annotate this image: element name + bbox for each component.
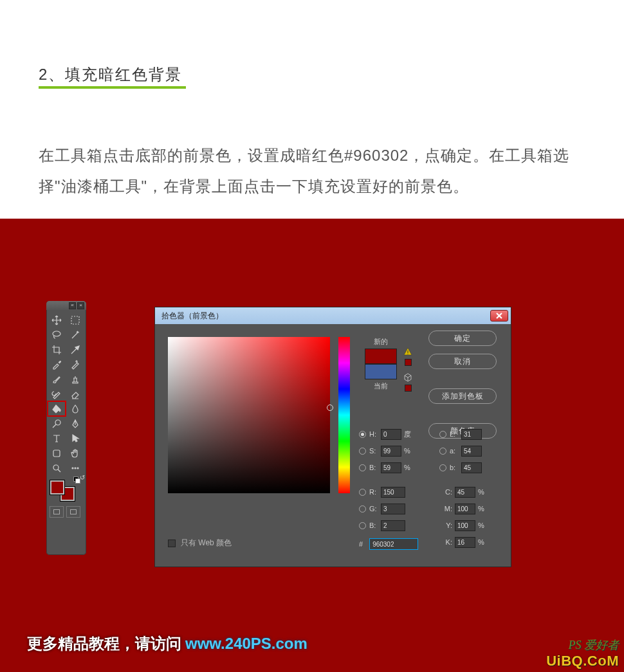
swatch-current[interactable] xyxy=(365,364,397,379)
eyedropper-tool[interactable] xyxy=(48,358,65,371)
rgb-fields: R:150 G:3 B:2 xyxy=(359,484,436,534)
add-swatch-button[interactable]: 添加到色板 xyxy=(428,388,497,404)
radio-Bb[interactable] xyxy=(359,522,366,529)
blur-tool[interactable] xyxy=(67,402,84,415)
lasso-tool[interactable] xyxy=(48,328,65,341)
tools-panel: « × xyxy=(46,301,86,555)
svg-rect-0 xyxy=(71,316,79,324)
lab-fields: L:31 a:54 b:45 xyxy=(439,426,501,476)
magic-wand-tool[interactable] xyxy=(67,328,84,341)
ok-button[interactable]: 确定 xyxy=(428,331,497,346)
type-tool[interactable] xyxy=(48,431,65,445)
svg-point-7 xyxy=(77,468,78,469)
radio-L[interactable] xyxy=(439,431,446,438)
web-only-checkbox[interactable] xyxy=(168,540,176,547)
collapse-icon[interactable]: « xyxy=(69,302,76,309)
input-Bb[interactable]: 2 xyxy=(381,520,405,531)
footer-url[interactable]: www.240PS.com xyxy=(185,635,307,653)
edit-toolbar[interactable] xyxy=(67,461,84,475)
input-h[interactable]: 0 xyxy=(381,429,401,440)
close-icon[interactable]: × xyxy=(77,302,84,309)
hand-tool[interactable] xyxy=(67,446,84,460)
zoom-tool[interactable] xyxy=(48,461,65,475)
eraser-tool[interactable] xyxy=(67,387,84,401)
step-body: 在工具箱点击底部的前景色，设置成暗红色#960302，点确定。在工具箱选择"油漆… xyxy=(39,140,585,202)
cmyk-fields: C:45% M:100% Y:100% K:16% xyxy=(439,484,501,550)
input-G[interactable]: 3 xyxy=(381,504,405,514)
dialog-titlebar[interactable]: 拾色器（前景色） xyxy=(155,307,511,324)
input-lab-b[interactable]: 45 xyxy=(461,462,482,473)
web-safe-warning-icon[interactable] xyxy=(403,373,412,382)
input-L[interactable]: 31 xyxy=(461,429,482,440)
watermark-line2: UiBQ.CoM xyxy=(546,653,619,669)
history-brush-tool[interactable] xyxy=(48,387,65,401)
radio-G[interactable] xyxy=(359,505,366,513)
hue-slider[interactable] xyxy=(338,337,350,493)
input-b[interactable]: 59 xyxy=(381,462,401,473)
input-Y[interactable]: 100 xyxy=(455,520,475,531)
watermark: PS 爱好者 UiBQ.CoM xyxy=(546,637,619,669)
svg-point-5 xyxy=(72,468,73,469)
label-new: 新的 xyxy=(361,337,401,347)
brush-tool[interactable] xyxy=(48,372,65,386)
svg-point-8 xyxy=(407,354,408,354)
web-safe-swatch[interactable] xyxy=(405,385,412,392)
hsb-fields: H:0度 S:99% B:59% xyxy=(359,426,436,476)
path-selection-tool[interactable] xyxy=(67,431,84,445)
crop-tool[interactable] xyxy=(48,343,65,356)
svg-point-4 xyxy=(53,465,59,470)
svg-point-1 xyxy=(53,331,60,336)
sv-marker[interactable] xyxy=(327,404,333,411)
hex-row: #960302 xyxy=(359,538,418,550)
dialog-title: 拾色器（前景色） xyxy=(161,311,223,322)
quick-mask-row xyxy=(46,501,86,521)
svg-point-6 xyxy=(75,468,76,469)
pen-tool[interactable] xyxy=(67,417,84,430)
saturation-value-field[interactable] xyxy=(168,337,330,493)
move-tool[interactable] xyxy=(48,313,65,327)
standard-mode[interactable] xyxy=(50,506,64,518)
swatch-new[interactable] xyxy=(365,349,397,364)
gamut-swatch[interactable] xyxy=(405,359,412,366)
step-title: 2、填充暗红色背景 xyxy=(39,64,186,89)
input-s[interactable]: 99 xyxy=(381,446,401,457)
footer-link: 更多精品教程，请访问 www.240PS.com xyxy=(27,633,307,654)
color-wells: ↺ xyxy=(46,477,86,501)
input-hex[interactable]: 960302 xyxy=(369,538,418,550)
dodge-tool[interactable] xyxy=(48,417,65,430)
tools-header: « × xyxy=(46,301,86,310)
marquee-tool[interactable] xyxy=(67,313,84,327)
color-picker-dialog: 拾色器（前景色） 新的 当前 确定 取消 添加到色板 颜色库 xyxy=(154,307,511,567)
paint-bucket-tool[interactable] xyxy=(48,402,65,415)
canvas-stage: « × xyxy=(0,219,624,672)
dialog-buttons: 确定 取消 添加到色板 颜色库 xyxy=(428,331,497,439)
shape-tool[interactable] xyxy=(48,446,65,460)
radio-s[interactable] xyxy=(359,448,366,455)
radio-b[interactable] xyxy=(359,464,366,471)
screen-mode[interactable] xyxy=(66,506,80,518)
color-preview: 新的 当前 xyxy=(361,337,401,391)
web-only-row: 只有 Web 颜色 xyxy=(168,538,232,549)
input-a[interactable]: 54 xyxy=(461,446,482,457)
slice-tool[interactable] xyxy=(67,343,84,356)
input-C[interactable]: 45 xyxy=(455,487,475,498)
input-K[interactable]: 16 xyxy=(455,537,475,548)
watermark-line1: PS 爱好者 xyxy=(546,637,619,653)
close-button[interactable] xyxy=(490,310,508,322)
svg-rect-3 xyxy=(53,450,60,457)
radio-R[interactable] xyxy=(359,489,366,496)
label-current: 当前 xyxy=(361,381,401,391)
radio-lab-b[interactable] xyxy=(439,464,446,471)
input-M[interactable]: 100 xyxy=(455,504,475,514)
footer-text: 更多精品教程，请访问 xyxy=(27,633,181,654)
input-R[interactable]: 150 xyxy=(381,487,405,498)
default-colors-icon[interactable]: ↺ xyxy=(73,477,81,484)
foreground-color[interactable] xyxy=(50,480,64,495)
clone-stamp-tool[interactable] xyxy=(67,372,84,386)
healing-brush-tool[interactable] xyxy=(67,358,84,371)
tool-grid xyxy=(46,310,86,477)
gamut-warning-icon[interactable] xyxy=(403,347,412,356)
radio-h[interactable] xyxy=(359,431,366,438)
radio-a[interactable] xyxy=(439,448,446,455)
cancel-button[interactable]: 取消 xyxy=(428,354,497,369)
